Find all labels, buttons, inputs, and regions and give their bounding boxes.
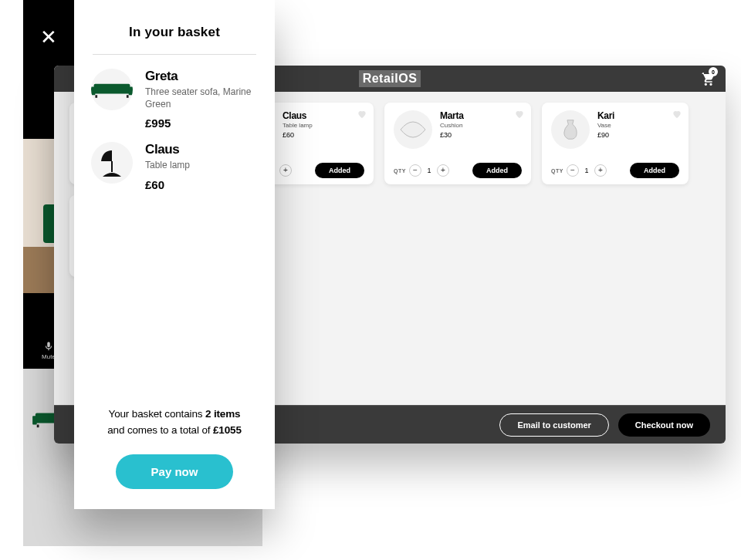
basket-items: GretaThree seater sofa, Marine Green£995… xyxy=(74,55,275,391)
qty-plus-button[interactable]: + xyxy=(279,164,292,177)
svg-rect-15 xyxy=(94,84,130,94)
summary-text: Your basket contains xyxy=(109,408,205,420)
qty-label: QTY xyxy=(551,168,563,174)
checkout-button[interactable]: Checkout now xyxy=(618,413,710,437)
cart-badge: 0 xyxy=(709,67,718,76)
basket-item-description: Three seater sofa, Marine Green xyxy=(145,86,258,110)
product-name: Claus xyxy=(283,110,313,121)
basket-item-price: £995 xyxy=(145,116,258,130)
product-price: £30 xyxy=(440,131,464,139)
qty-minus-button[interactable]: − xyxy=(409,164,421,177)
basket-item-price: £60 xyxy=(145,178,190,191)
basket-title: In your basket xyxy=(74,0,275,54)
product-price: £60 xyxy=(283,131,313,139)
qty-minus-button[interactable]: − xyxy=(567,164,579,177)
product-name: Kari xyxy=(597,110,614,121)
product-description: Table lamp xyxy=(283,122,313,130)
pay-now-button[interactable]: Pay now xyxy=(116,454,234,489)
basket-item: GretaThree seater sofa, Marine Green£995 xyxy=(91,69,258,130)
favorite-button[interactable] xyxy=(672,109,682,120)
basket-summary: Your basket contains 2 items and comes t… xyxy=(74,391,275,445)
basket-item-description: Table lamp xyxy=(145,159,190,171)
basket-item-name: Claus xyxy=(145,142,190,157)
product-name: Marta xyxy=(440,110,464,121)
summary-total: £1055 xyxy=(213,424,242,436)
qty-value: 1 xyxy=(582,167,591,174)
email-customer-button[interactable]: Email to customer xyxy=(499,413,608,437)
added-button[interactable]: Added xyxy=(472,163,522,178)
microphone-icon xyxy=(43,341,54,352)
cart-button[interactable]: 0 xyxy=(699,70,715,89)
svg-rect-19 xyxy=(127,95,129,98)
summary-items: 2 items xyxy=(205,408,240,420)
product-price: £90 xyxy=(597,131,614,139)
favorite-button[interactable] xyxy=(357,109,367,120)
summary-text: and comes to a total of xyxy=(107,424,213,436)
favorite-button[interactable] xyxy=(514,109,525,120)
app-title: RetailOS xyxy=(359,70,421,87)
svg-rect-18 xyxy=(95,95,97,98)
qty-value: 1 xyxy=(425,167,434,174)
svg-rect-1 xyxy=(32,416,37,424)
product-card: MartaCushion£30QTY−1+Added xyxy=(384,103,531,184)
product-description: Vase xyxy=(597,122,614,130)
basket-item: ClausTable lamp£60 xyxy=(91,142,258,191)
svg-rect-3 xyxy=(37,424,39,427)
qty-plus-button[interactable]: + xyxy=(437,164,449,177)
basket-item-name: Greta xyxy=(145,69,258,84)
product-description: Cushion xyxy=(440,122,464,130)
basket-item-image xyxy=(91,69,133,110)
product-image xyxy=(394,110,432,149)
product-image xyxy=(551,110,590,149)
svg-rect-17 xyxy=(129,86,133,95)
close-icon[interactable]: ✕ xyxy=(40,25,57,49)
product-card: KariVase£90QTY−1+Added xyxy=(542,103,689,184)
basket-item-image xyxy=(91,142,133,184)
svg-rect-20 xyxy=(111,161,113,172)
qty-plus-button[interactable]: + xyxy=(594,164,607,177)
svg-rect-16 xyxy=(91,86,95,95)
added-button[interactable]: Added xyxy=(315,163,364,178)
qty-label: QTY xyxy=(394,168,406,174)
added-button[interactable]: Added xyxy=(630,163,679,178)
basket-panel: In your basket GretaThree seater sofa, M… xyxy=(74,0,275,509)
